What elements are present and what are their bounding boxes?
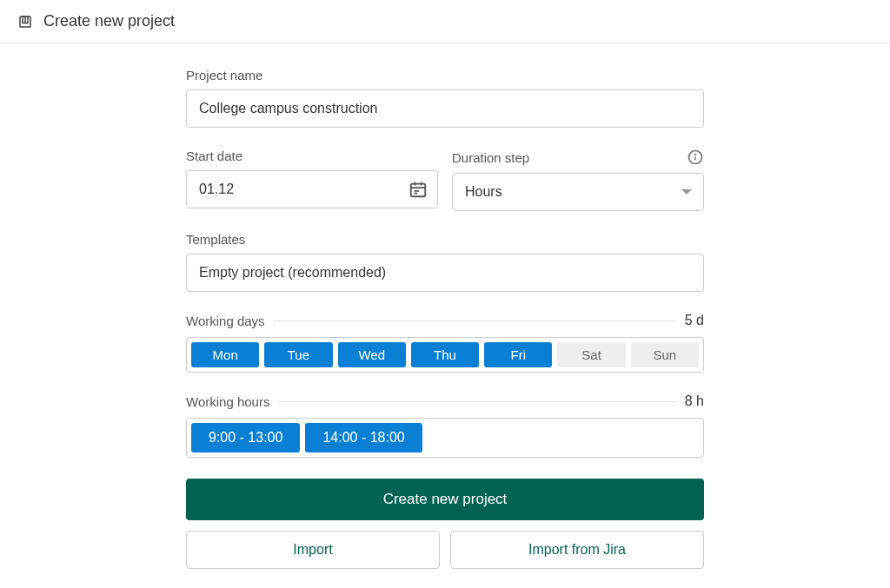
duration-step-value: Hours xyxy=(452,173,704,211)
start-date-label: Start date xyxy=(186,149,438,163)
start-date-field: Start date xyxy=(186,149,438,211)
day-chip-wed[interactable]: Wed xyxy=(338,342,406,367)
import-jira-button[interactable]: Import from Jira xyxy=(450,531,704,569)
chevron-down-icon xyxy=(681,189,692,195)
day-chip-thu[interactable]: Thu xyxy=(411,342,479,367)
working-hours-label: Working hours xyxy=(186,394,269,409)
templates-field: Templates Empty project (recommended) xyxy=(186,232,704,292)
working-days-selector: MonTueWedThuFriSatSun xyxy=(186,337,704,373)
day-chip-sun[interactable]: Sun xyxy=(631,342,699,367)
divider xyxy=(278,401,675,402)
project-name-label: Project name xyxy=(186,68,704,83)
working-hours-selector: 9:00 - 13:0014:00 - 18:00 xyxy=(186,418,704,458)
start-date-input[interactable] xyxy=(186,170,438,208)
hour-range-chip[interactable]: 9:00 - 13:00 xyxy=(191,423,300,453)
day-chip-tue[interactable]: Tue xyxy=(264,342,332,367)
templates-select[interactable]: Empty project (recommended) xyxy=(186,254,704,292)
divider xyxy=(274,320,676,321)
working-days-field: Working days 5 d MonTueWedThuFriSatSun xyxy=(186,313,704,373)
working-hours-summary: 8 h xyxy=(685,393,704,409)
svg-point-11 xyxy=(695,154,696,155)
duration-step-select[interactable]: Hours xyxy=(452,173,704,211)
day-chip-mon[interactable]: Mon xyxy=(191,342,259,367)
create-project-button[interactable]: Create new project xyxy=(186,479,704,520)
info-icon[interactable] xyxy=(687,149,704,166)
page-header: Create new project xyxy=(0,0,890,43)
templates-value: Empty project (recommended) xyxy=(186,254,704,292)
duration-step-label: Duration step xyxy=(452,150,529,165)
project-name-input[interactable] xyxy=(186,89,704,128)
hour-range-chip[interactable]: 14:00 - 18:00 xyxy=(305,423,422,453)
svg-rect-3 xyxy=(411,184,426,197)
duration-step-field: Duration step Hours xyxy=(452,149,704,211)
day-chip-sat[interactable]: Sat xyxy=(557,342,625,367)
working-hours-field: Working hours 8 h 9:00 - 13:0014:00 - 18… xyxy=(186,393,704,458)
import-button[interactable]: Import xyxy=(186,531,440,569)
calendar-icon[interactable] xyxy=(408,180,428,199)
templates-label: Templates xyxy=(186,232,704,247)
working-days-summary: 5 d xyxy=(685,313,704,328)
page-title: Create new project xyxy=(43,12,175,30)
working-days-label: Working days xyxy=(186,314,265,328)
project-name-field: Project name xyxy=(186,68,704,128)
day-chip-fri[interactable]: Fri xyxy=(484,342,552,367)
create-project-form: Project name Start date xyxy=(186,43,704,569)
project-icon xyxy=(17,14,33,30)
